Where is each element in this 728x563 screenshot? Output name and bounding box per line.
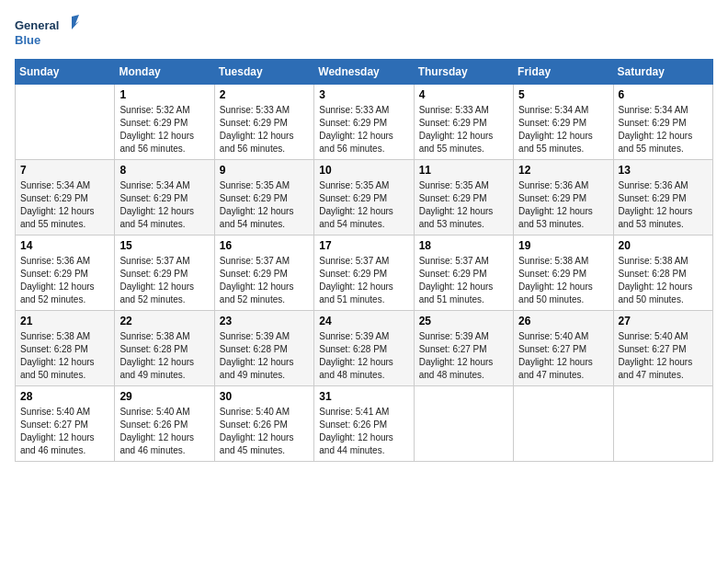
svg-text:Blue: Blue xyxy=(15,33,40,47)
day-of-week-header: Thursday xyxy=(414,60,513,85)
calendar-day-cell: 2Sunrise: 5:33 AM Sunset: 6:29 PM Daylig… xyxy=(214,85,313,160)
day-number: 22 xyxy=(119,315,209,327)
day-info: Sunrise: 5:36 AM Sunset: 6:29 PM Dayligh… xyxy=(518,179,608,231)
day-info: Sunrise: 5:36 AM Sunset: 6:29 PM Dayligh… xyxy=(20,255,109,306)
day-info: Sunrise: 5:36 AM Sunset: 6:29 PM Dayligh… xyxy=(619,179,708,231)
calendar-day-cell: 25Sunrise: 5:39 AM Sunset: 6:27 PM Dayli… xyxy=(414,311,513,386)
calendar-day-cell: 13Sunrise: 5:36 AM Sunset: 6:29 PM Dayli… xyxy=(613,160,712,236)
calendar-day-cell: 7Sunrise: 5:34 AM Sunset: 6:29 PM Daylig… xyxy=(16,160,115,236)
logo: General Blue xyxy=(15,15,79,52)
day-info: Sunrise: 5:35 AM Sunset: 6:29 PM Dayligh… xyxy=(319,179,408,231)
calendar-day-cell: 1Sunrise: 5:32 AM Sunset: 6:29 PM Daylig… xyxy=(115,85,214,160)
calendar-day-cell: 21Sunrise: 5:38 AM Sunset: 6:28 PM Dayli… xyxy=(16,311,115,386)
calendar-day-cell: 29Sunrise: 5:40 AM Sunset: 6:26 PM Dayli… xyxy=(115,386,214,462)
calendar-day-cell: 6Sunrise: 5:34 AM Sunset: 6:29 PM Daylig… xyxy=(613,85,712,160)
day-number: 29 xyxy=(119,390,209,403)
day-number: 21 xyxy=(20,315,109,327)
day-info: Sunrise: 5:34 AM Sunset: 6:29 PM Dayligh… xyxy=(20,179,109,231)
day-of-week-header: Friday xyxy=(514,60,613,85)
calendar-day-cell: 4Sunrise: 5:33 AM Sunset: 6:29 PM Daylig… xyxy=(414,85,513,160)
day-info: Sunrise: 5:37 AM Sunset: 6:29 PM Dayligh… xyxy=(119,255,209,306)
day-number: 14 xyxy=(20,239,109,252)
day-number: 15 xyxy=(119,239,209,252)
day-info: Sunrise: 5:40 AM Sunset: 6:27 PM Dayligh… xyxy=(20,406,109,457)
day-info: Sunrise: 5:40 AM Sunset: 6:27 PM Dayligh… xyxy=(518,330,608,382)
day-number: 10 xyxy=(319,164,408,177)
calendar-table: SundayMondayTuesdayWednesdayThursdayFrid… xyxy=(15,59,713,462)
day-info: Sunrise: 5:40 AM Sunset: 6:26 PM Dayligh… xyxy=(119,406,209,457)
day-of-week-header: Monday xyxy=(115,60,214,85)
day-of-week-header: Wednesday xyxy=(314,60,414,85)
calendar-day-cell: 18Sunrise: 5:37 AM Sunset: 6:29 PM Dayli… xyxy=(414,236,513,311)
day-info: Sunrise: 5:38 AM Sunset: 6:28 PM Dayligh… xyxy=(20,330,109,382)
day-number: 2 xyxy=(220,88,309,101)
calendar-day-cell: 24Sunrise: 5:39 AM Sunset: 6:28 PM Dayli… xyxy=(314,311,414,386)
day-number: 19 xyxy=(518,239,608,252)
day-info: Sunrise: 5:38 AM Sunset: 6:28 PM Dayligh… xyxy=(619,255,708,306)
calendar-day-cell xyxy=(613,386,712,462)
calendar-day-cell: 31Sunrise: 5:41 AM Sunset: 6:26 PM Dayli… xyxy=(314,386,414,462)
day-info: Sunrise: 5:34 AM Sunset: 6:29 PM Dayligh… xyxy=(119,179,209,231)
day-info: Sunrise: 5:39 AM Sunset: 6:27 PM Dayligh… xyxy=(419,330,508,382)
calendar-day-cell: 22Sunrise: 5:38 AM Sunset: 6:28 PM Dayli… xyxy=(115,311,214,386)
logo-icon: General Blue xyxy=(15,15,79,52)
calendar-day-cell: 15Sunrise: 5:37 AM Sunset: 6:29 PM Dayli… xyxy=(115,236,214,311)
calendar-day-cell: 14Sunrise: 5:36 AM Sunset: 6:29 PM Dayli… xyxy=(16,236,115,311)
calendar-day-cell xyxy=(514,386,613,462)
calendar-day-cell: 23Sunrise: 5:39 AM Sunset: 6:28 PM Dayli… xyxy=(214,311,313,386)
calendar-week-row: 28Sunrise: 5:40 AM Sunset: 6:27 PM Dayli… xyxy=(16,386,713,462)
svg-text:General: General xyxy=(15,18,59,32)
day-info: Sunrise: 5:38 AM Sunset: 6:29 PM Dayligh… xyxy=(518,255,608,306)
day-number: 4 xyxy=(419,88,508,101)
calendar-week-row: 1Sunrise: 5:32 AM Sunset: 6:29 PM Daylig… xyxy=(16,85,713,160)
day-number: 8 xyxy=(119,164,209,177)
calendar-day-cell xyxy=(414,386,513,462)
day-number: 16 xyxy=(220,239,309,252)
day-info: Sunrise: 5:34 AM Sunset: 6:29 PM Dayligh… xyxy=(518,104,608,155)
day-info: Sunrise: 5:33 AM Sunset: 6:29 PM Dayligh… xyxy=(220,104,309,155)
day-info: Sunrise: 5:38 AM Sunset: 6:28 PM Dayligh… xyxy=(119,330,209,382)
calendar-week-row: 21Sunrise: 5:38 AM Sunset: 6:28 PM Dayli… xyxy=(16,311,713,386)
day-number: 1 xyxy=(119,88,209,101)
calendar-week-row: 7Sunrise: 5:34 AM Sunset: 6:29 PM Daylig… xyxy=(16,160,713,236)
day-number: 26 xyxy=(518,315,608,327)
calendar-day-cell: 17Sunrise: 5:37 AM Sunset: 6:29 PM Dayli… xyxy=(314,236,414,311)
day-number: 23 xyxy=(220,315,309,327)
calendar-day-cell: 8Sunrise: 5:34 AM Sunset: 6:29 PM Daylig… xyxy=(115,160,214,236)
day-number: 27 xyxy=(619,315,708,327)
day-number: 25 xyxy=(419,315,508,327)
day-info: Sunrise: 5:40 AM Sunset: 6:26 PM Dayligh… xyxy=(220,406,309,457)
day-info: Sunrise: 5:41 AM Sunset: 6:26 PM Dayligh… xyxy=(319,406,408,457)
calendar-day-cell: 11Sunrise: 5:35 AM Sunset: 6:29 PM Dayli… xyxy=(414,160,513,236)
day-of-week-header: Tuesday xyxy=(214,60,313,85)
day-info: Sunrise: 5:40 AM Sunset: 6:27 PM Dayligh… xyxy=(619,330,708,382)
day-number: 6 xyxy=(619,88,708,101)
calendar-day-cell: 16Sunrise: 5:37 AM Sunset: 6:29 PM Dayli… xyxy=(214,236,313,311)
day-info: Sunrise: 5:35 AM Sunset: 6:29 PM Dayligh… xyxy=(419,179,508,231)
calendar-day-cell: 5Sunrise: 5:34 AM Sunset: 6:29 PM Daylig… xyxy=(514,85,613,160)
day-info: Sunrise: 5:39 AM Sunset: 6:28 PM Dayligh… xyxy=(319,330,408,382)
calendar-day-cell: 19Sunrise: 5:38 AM Sunset: 6:29 PM Dayli… xyxy=(514,236,613,311)
day-number: 12 xyxy=(518,164,608,177)
day-number: 31 xyxy=(319,390,408,403)
day-info: Sunrise: 5:37 AM Sunset: 6:29 PM Dayligh… xyxy=(319,255,408,306)
day-number: 9 xyxy=(220,164,309,177)
calendar-day-cell: 26Sunrise: 5:40 AM Sunset: 6:27 PM Dayli… xyxy=(514,311,613,386)
calendar-day-cell: 12Sunrise: 5:36 AM Sunset: 6:29 PM Dayli… xyxy=(514,160,613,236)
day-number: 7 xyxy=(20,164,109,177)
day-number: 30 xyxy=(220,390,309,403)
calendar-day-cell: 20Sunrise: 5:38 AM Sunset: 6:28 PM Dayli… xyxy=(613,236,712,311)
svg-marker-2 xyxy=(72,15,79,29)
day-info: Sunrise: 5:35 AM Sunset: 6:29 PM Dayligh… xyxy=(220,179,309,231)
calendar-header-row: SundayMondayTuesdayWednesdayThursdayFrid… xyxy=(16,60,713,85)
calendar-day-cell: 28Sunrise: 5:40 AM Sunset: 6:27 PM Dayli… xyxy=(16,386,115,462)
day-info: Sunrise: 5:39 AM Sunset: 6:28 PM Dayligh… xyxy=(220,330,309,382)
day-of-week-header: Saturday xyxy=(613,60,712,85)
calendar-day-cell: 9Sunrise: 5:35 AM Sunset: 6:29 PM Daylig… xyxy=(214,160,313,236)
calendar-day-cell xyxy=(16,85,115,160)
calendar-day-cell: 10Sunrise: 5:35 AM Sunset: 6:29 PM Dayli… xyxy=(314,160,414,236)
day-number: 28 xyxy=(20,390,109,403)
day-info: Sunrise: 5:37 AM Sunset: 6:29 PM Dayligh… xyxy=(419,255,508,306)
day-number: 11 xyxy=(419,164,508,177)
page-header: General Blue xyxy=(15,15,713,52)
